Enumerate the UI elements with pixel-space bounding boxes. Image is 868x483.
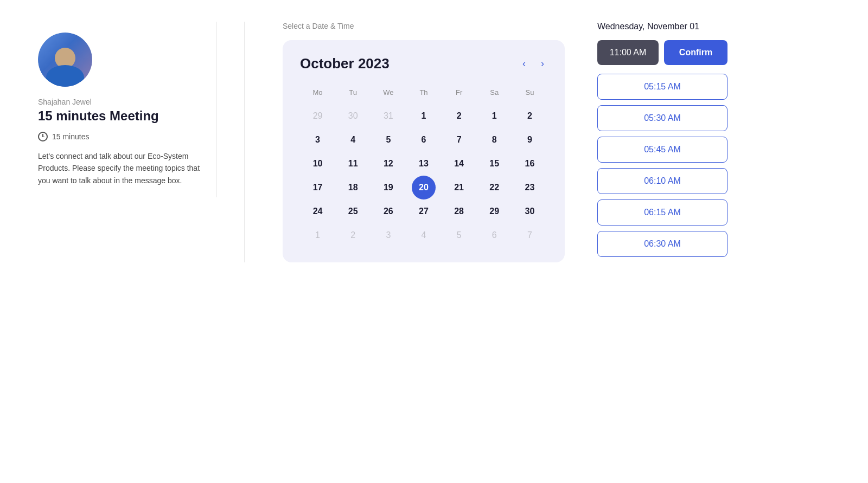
day-header-we: We [371,85,406,104]
time-slot-1[interactable]: 05:30 AM [597,105,727,131]
calendar-header: October 2023 ‹ › [300,55,547,72]
day-cell[interactable]: 18 [341,176,365,199]
day-header-tu: Tu [335,85,371,104]
day-cell: 5 [447,223,471,247]
day-cell[interactable]: 13 [412,152,436,176]
section-label: Select a Date & Time [283,22,565,30]
day-cell[interactable]: 30 [518,199,541,223]
day-cell: 31 [376,104,400,128]
duration-text: 15 minutes [52,132,89,141]
divider [244,22,245,262]
day-cell[interactable]: 11 [341,152,365,176]
day-cell[interactable]: 1 [412,104,436,128]
day-cell: 6 [482,223,506,247]
day-cell: 4 [412,223,436,247]
day-cell: 30 [341,104,365,128]
time-slot-2[interactable]: 05:45 AM [597,137,727,163]
day-cell[interactable]: 24 [306,199,330,223]
day-cell: 1 [306,223,330,247]
avatar [38,33,92,87]
clock-icon [38,132,48,141]
day-cell[interactable]: 9 [518,128,541,152]
next-month-button[interactable]: › [538,56,547,72]
duration-row: 15 minutes [38,132,200,141]
day-cell: 3 [376,223,400,247]
day-header-fr: Fr [442,85,477,104]
calendar-container: October 2023 ‹ › Mo Tu We Th Fr Sa Su 29… [283,40,565,262]
day-cell[interactable]: 23 [518,176,541,199]
day-cell[interactable]: 2 [518,104,541,128]
day-cell[interactable]: 19 [376,176,400,199]
day-cell[interactable]: 15 [482,152,506,176]
time-actions: 11:00 AM Confirm [597,40,727,65]
day-cell: 29 [306,104,330,128]
day-cell[interactable]: 28 [447,199,471,223]
day-cell[interactable]: 10 [306,152,330,176]
selected-date-label: Wednesday, November 01 [597,22,727,31]
day-cell[interactable]: 26 [376,199,400,223]
confirm-button[interactable]: Confirm [664,40,727,65]
selected-time-button[interactable]: 11:00 AM [597,40,659,65]
day-cell[interactable]: 4 [341,128,365,152]
time-slot-4[interactable]: 06:15 AM [597,199,727,226]
day-cell[interactable]: 8 [482,128,506,152]
day-cell[interactable]: 22 [482,176,506,199]
day-cell: 7 [518,223,541,247]
time-slots-list: 05:15 AM 05:30 AM 05:45 AM 06:10 AM 06:1… [597,74,727,257]
calendar-grid: Mo Tu We Th Fr Sa Su 29 30 31 1 2 1 2 3 … [300,85,547,247]
calendar-month: October 2023 [300,55,390,72]
right-panel: Wednesday, November 01 11:00 AM Confirm … [576,22,727,262]
day-cell[interactable]: 29 [482,199,506,223]
day-cell[interactable]: 2 [447,104,471,128]
day-cell[interactable]: 12 [376,152,400,176]
calendar-nav: ‹ › [519,56,547,72]
day-cell[interactable]: 27 [412,199,436,223]
day-cell-selected[interactable]: 20 [412,176,436,199]
day-cell[interactable]: 3 [306,128,330,152]
day-cell[interactable]: 16 [518,152,541,176]
day-cell[interactable]: 7 [447,128,471,152]
calendar-panel: Select a Date & Time October 2023 ‹ › Mo… [272,22,576,262]
prev-month-button[interactable]: ‹ [519,56,529,72]
day-header-su: Su [512,85,547,104]
meeting-title: 15 minutes Meeting [38,108,200,124]
day-header-mo: Mo [300,85,335,104]
day-header-th: Th [406,85,441,104]
day-cell[interactable]: 5 [376,128,400,152]
left-panel: Shajahan Jewel 15 minutes Meeting 15 min… [33,22,217,197]
time-slot-0[interactable]: 05:15 AM [597,74,727,100]
day-cell[interactable]: 25 [341,199,365,223]
description: Let's connect and talk about our Eco-Sys… [38,150,200,186]
day-cell[interactable]: 6 [412,128,436,152]
day-cell[interactable]: 17 [306,176,330,199]
day-cell: 2 [341,223,365,247]
time-slot-5[interactable]: 06:30 AM [597,231,727,257]
day-header-sa: Sa [477,85,512,104]
day-cell[interactable]: 14 [447,152,471,176]
day-cell[interactable]: 1 [482,104,506,128]
day-cell[interactable]: 21 [447,176,471,199]
time-slot-3[interactable]: 06:10 AM [597,168,727,194]
person-name: Shajahan Jewel [38,98,200,106]
